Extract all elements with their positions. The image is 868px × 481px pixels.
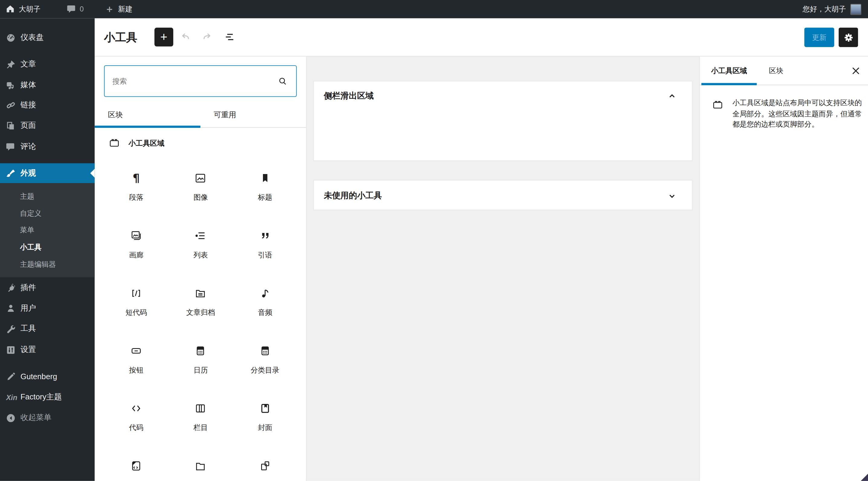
button-icon [130,344,143,357]
chevron-up-icon [665,89,679,102]
sidebar-item-users[interactable]: 用户 [0,299,95,318]
admin-bar-new[interactable]: ＋ 新建 [99,0,138,18]
submenu-item-customize[interactable]: 自定义 [0,205,95,222]
block-item-buttons[interactable]: 按钮 [104,336,168,394]
tab-block[interactable]: 区块 [757,57,796,85]
block-item-group[interactable] [233,452,297,481]
sidebar-item-comments[interactable]: 评论 [0,137,95,156]
submenu-item-theme-editor[interactable]: 主题编辑器 [0,256,95,273]
shortcode-icon [130,287,143,300]
sidebar-item-label: 文章 [21,59,36,69]
block-item-image[interactable]: 图像 [168,164,233,221]
widget-area-title: 未使用的小工具 [324,190,382,201]
sidebar-item-label: 链接 [21,100,36,110]
sidebar-item-label: 媒体 [21,81,36,90]
sidebar-collapse-menu[interactable]: 收起菜单 [0,409,95,427]
block-item-list[interactable]: 列表 [168,221,233,279]
gear-icon [842,31,855,43]
tab-reusable[interactable]: 可重用 [200,103,306,128]
sidebar-item-tools[interactable]: 工具 [0,319,95,338]
sidebar-item-gutenberg[interactable]: Gutenberg [0,367,95,386]
sidebar-item-label: 设置 [21,345,36,355]
block-item-shortcode[interactable]: 短代码 [104,279,168,336]
update-button[interactable]: 更新 [804,28,834,47]
settings-gear-button[interactable] [839,28,858,47]
block-item-custom-html[interactable] [104,452,168,481]
sidebar-item-label: Gutenberg [21,372,57,381]
tab-blocks[interactable]: 区块 [95,103,200,128]
list-view-icon [222,31,235,44]
block-item-audio[interactable]: 音频 [233,279,297,336]
block-item-cover[interactable]: 封面 [233,394,297,451]
widget-area-panel-sidebar-slideout: 侧栏滑出区域 [313,81,693,161]
avatar[interactable] [850,4,861,15]
greeting-text[interactable]: 您好，大胡子 [803,4,846,14]
sidebar-item-plugins[interactable]: 插件 [0,278,95,297]
admin-bar-site-menu[interactable]: 大胡子 [0,0,46,18]
custom-html-icon [130,459,143,473]
widget-area-panel-header[interactable]: 侧栏滑出区域 [314,81,692,110]
block-item-gallery[interactable]: 画廊 [104,221,168,279]
block-item-categories[interactable]: 分类目录 [233,336,297,394]
admin-bar: 大胡子 0 ＋ 新建 您好，大胡子 [0,0,868,18]
sidebar-item-pages[interactable]: 页面 [0,116,95,135]
widget-area-icon [712,99,723,130]
list-view-button[interactable] [220,28,238,46]
widget-area-panel-inactive: 未使用的小工具 [313,180,693,210]
chevron-down-icon [665,189,679,202]
svg-text:¶: ¶ [133,171,140,185]
block-item-heading[interactable]: 标题 [233,164,297,221]
submenu-item-themes[interactable]: 主题 [0,188,95,205]
new-label: 新建 [118,4,133,14]
submenu-item-widgets[interactable]: 小工具 [0,238,95,256]
block-item-archives[interactable]: 文章归档 [168,279,233,336]
sidebar-item-settings[interactable]: 设置 [0,340,95,359]
gallery-icon [130,229,143,242]
sidebar-item-dashboard[interactable]: 仪表盘 [0,28,95,47]
sidebar-item-media[interactable]: 媒体 [0,76,95,95]
list-icon [194,229,207,242]
redo-button[interactable] [198,28,216,46]
block-item-code[interactable]: 代码 [104,394,168,451]
categories-icon [258,344,272,357]
sidebar-item-label: 页面 [21,121,36,130]
undo-icon [179,31,192,44]
block-item-columns[interactable]: 栏目 [168,394,233,451]
undo-button[interactable] [177,28,194,46]
tab-widget-area[interactable]: 小工具区域 [702,57,757,85]
home-icon [5,4,15,14]
sidebar-item-label: Factory主题 [21,392,62,403]
submenu-item-menus[interactable]: 菜单 [0,221,95,239]
comments-icon [6,142,16,151]
wrench-icon [6,324,16,333]
block-item-paragraph[interactable]: ¶ 段落 [104,164,168,221]
block-inserter-toggle-button[interactable]: + [154,28,173,46]
comments-count: 0 [80,5,84,13]
block-search-input[interactable] [104,77,277,85]
editor-main: 小工具 + 更新 区块 [95,18,868,481]
paintbrush-icon [6,169,16,178]
sidebar-item-xin-factory[interactable]: Xin Factory主题 [0,388,95,407]
block-item-quote[interactable]: 引语 [233,221,297,279]
page-title: 小工具 [104,18,137,56]
widget-area-panel-header[interactable]: 未使用的小工具 [314,181,692,211]
user-icon [6,303,16,313]
calendar-icon [194,344,207,357]
sidebar-item-label: 用户 [21,303,36,313]
sidebar-item-posts[interactable]: 文章 [0,55,95,73]
close-settings-button[interactable] [848,63,864,78]
comment-bubble-icon [67,5,76,13]
block-inserter-panel: 区块 可重用 小工具区域 ¶ 段落 [95,57,307,481]
corner-cursor-artifact [861,474,868,481]
block-item-file[interactable] [168,452,233,481]
sidebar-item-appearance[interactable]: 外观 [0,163,95,183]
plus-icon: ＋ [105,4,114,14]
pushpin-icon [6,60,16,69]
editor-header: 小工具 + 更新 [95,18,868,56]
sidebar-item-links[interactable]: 链接 [0,96,95,115]
block-category-header: 小工具区域 [108,137,164,149]
admin-bar-comments[interactable]: 0 [61,0,89,18]
block-item-calendar[interactable]: 日历 [168,336,233,394]
sidebar-item-label: 评论 [21,142,36,152]
dashboard-icon [6,33,16,42]
